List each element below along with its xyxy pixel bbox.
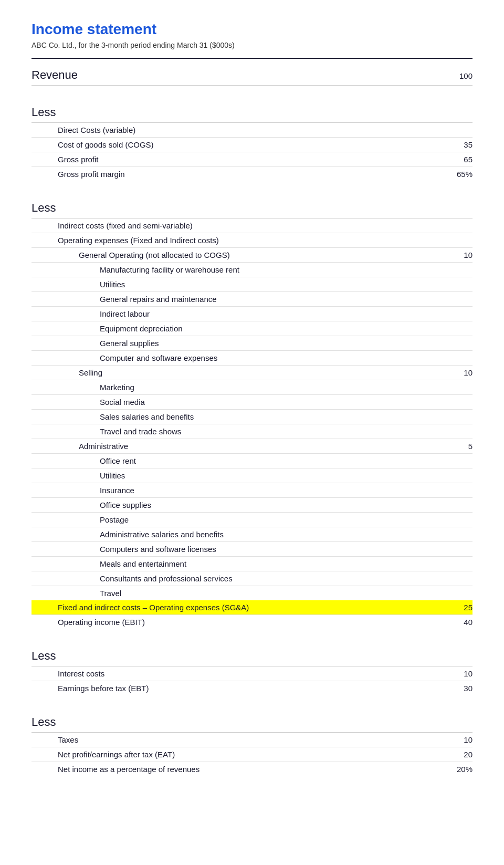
revenue-label: Revenue (32, 68, 78, 82)
item-label: Cost of goods sold (COGS) (58, 140, 154, 149)
less2-label: Less (32, 201, 56, 215)
item-value: 65% (452, 170, 472, 179)
item-label: General repairs and maintenance (100, 295, 217, 304)
list-item: Net income as a percentage of revenues20… (32, 762, 472, 776)
item-value: 20% (452, 765, 472, 774)
list-item: Utilities (32, 468, 472, 483)
item-label: General Operating (not allocated to COGS… (79, 251, 230, 259)
list-item: Selling10 (32, 366, 472, 380)
item-label: Marketing (100, 383, 134, 392)
list-item: Marketing (32, 380, 472, 395)
gap-1 (32, 86, 472, 96)
gap-2 (32, 181, 472, 192)
list-item: Office rent (32, 454, 472, 468)
less3-header: Less (32, 640, 472, 666)
item-label: Computers and software licenses (100, 545, 216, 554)
gap-4 (32, 695, 472, 706)
less1-label: Less (32, 106, 56, 119)
item-label: Insurance (100, 486, 134, 495)
less3-items: Interest costs10Earnings before tax (EBT… (32, 666, 472, 695)
list-item: Cost of goods sold (COGS)35 (32, 138, 472, 152)
item-label: Utilities (100, 471, 125, 480)
list-item: Direct Costs (variable) (32, 123, 472, 138)
item-label: Direct Costs (variable) (58, 126, 135, 134)
less4-section: Less Taxes10Net profit/earnings after ta… (32, 706, 472, 776)
item-label: Equipment depreciation (100, 324, 183, 333)
item-label: Consultants and professional services (100, 574, 233, 583)
item-label: General supplies (100, 339, 159, 348)
less1-items: Direct Costs (variable)Cost of goods sol… (32, 123, 472, 181)
item-label: Indirect costs (fixed and semi-variable) (58, 221, 193, 230)
list-item: Indirect labour (32, 307, 472, 321)
highlighted-row: Fixed and indirect costs – Operating exp… (32, 600, 472, 615)
less2-header: Less (32, 192, 472, 218)
list-item: Administrative5 (32, 439, 472, 454)
item-label: Administrative salaries and benefits (100, 530, 224, 539)
list-item: Insurance (32, 483, 472, 498)
item-label: Net profit/earnings after tax (EAT) (58, 750, 175, 759)
list-item: Utilities (32, 277, 472, 292)
item-label: Earnings before tax (EBT) (58, 684, 149, 693)
list-item: Equipment depreciation (32, 321, 472, 336)
item-label: Social media (100, 398, 145, 407)
list-item: Meals and entertainment (32, 557, 472, 571)
gap-3 (32, 629, 472, 640)
list-item: Office supplies (32, 498, 472, 513)
list-item: Interest costs10 (32, 666, 472, 681)
less3-section: Less Interest costs10Earnings before tax… (32, 640, 472, 695)
item-label: Computer and software expenses (100, 353, 217, 362)
item-label: Administrative (79, 442, 128, 451)
list-item: General repairs and maintenance (32, 292, 472, 307)
revenue-value: 100 (459, 71, 472, 80)
item-label: Operating expenses (Fixed and Indirect c… (58, 236, 219, 245)
item-label: Selling (79, 368, 102, 377)
item-label: Travel (100, 589, 121, 598)
list-item: Operating expenses (Fixed and Indirect c… (32, 233, 472, 248)
item-label: Postage (100, 515, 129, 524)
less2-items: Indirect costs (fixed and semi-variable)… (32, 218, 472, 600)
less1-section: Less Direct Costs (variable)Cost of good… (32, 96, 472, 181)
item-label: Net income as a percentage of revenues (58, 765, 200, 774)
less3-label: Less (32, 649, 56, 663)
less4-header: Less (32, 706, 472, 733)
item-label: Office rent (100, 456, 136, 465)
list-item: Net profit/earnings after tax (EAT)20 (32, 747, 472, 762)
list-item: General supplies (32, 336, 472, 351)
item-value: 10 (452, 735, 472, 744)
list-item: Earnings before tax (EBT)30 (32, 681, 472, 695)
list-item: Travel (32, 586, 472, 600)
list-item: Administrative salaries and benefits (32, 527, 472, 542)
revenue-header: Revenue 100 (32, 59, 472, 86)
highlighted-value: 25 (452, 603, 472, 612)
list-item: Gross profit margin65% (32, 167, 472, 181)
list-item: General Operating (not allocated to COGS… (32, 248, 472, 263)
item-label: Manufacturing facility or warehouse rent (100, 265, 239, 274)
list-item: Gross profit65 (32, 152, 472, 167)
operating-income-row: Operating income (EBIT) 40 (32, 615, 472, 629)
item-value: 35 (452, 140, 472, 149)
list-item: Indirect costs (fixed and semi-variable) (32, 218, 472, 233)
item-label: Travel and trade shows (100, 427, 181, 436)
highlighted-label: Fixed and indirect costs – Operating exp… (58, 603, 249, 612)
item-value: 20 (452, 750, 472, 759)
list-item: Sales salaries and benefits (32, 410, 472, 424)
item-label: Utilities (100, 280, 125, 289)
less1-header: Less (32, 96, 472, 123)
item-value: 10 (452, 669, 472, 678)
page-title: Income statement (32, 21, 472, 38)
item-value: 5 (452, 442, 472, 451)
list-item: Consultants and professional services (32, 571, 472, 586)
operating-income-value: 40 (452, 618, 472, 627)
list-item: Postage (32, 513, 472, 527)
item-value: 10 (452, 251, 472, 259)
item-label: Meals and entertainment (100, 559, 186, 568)
subtitle: ABC Co. Ltd., for the 3-month period end… (32, 41, 472, 49)
less4-items: Taxes10Net profit/earnings after tax (EA… (32, 733, 472, 776)
item-label: Gross profit (58, 155, 99, 164)
list-item: Manufacturing facility or warehouse rent (32, 263, 472, 277)
item-label: Gross profit margin (58, 170, 125, 179)
item-label: Taxes (58, 735, 78, 744)
less4-label: Less (32, 715, 56, 729)
item-label: Sales salaries and benefits (100, 412, 194, 421)
list-item: Computer and software expenses (32, 351, 472, 366)
